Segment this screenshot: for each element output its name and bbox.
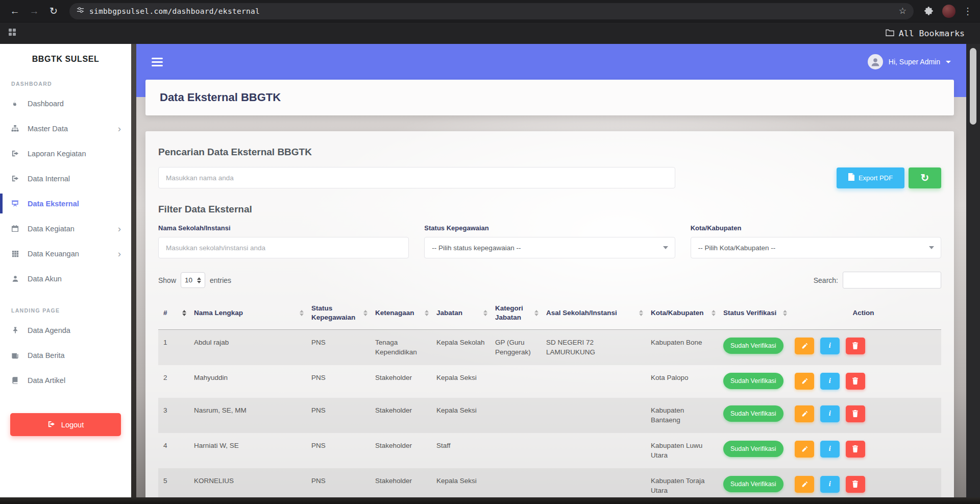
info-icon: i xyxy=(829,377,831,385)
delete-button[interactable] xyxy=(846,476,865,493)
site-info-icon[interactable] xyxy=(77,6,84,16)
sidebar-item-data-berita[interactable]: Data Berita xyxy=(0,343,131,368)
eksternal-table: # Nama Lengkap Status Kepegawaian Ketena… xyxy=(158,297,941,503)
column-header-asal[interactable]: Asal Sekolah/Instansi xyxy=(541,297,646,329)
book-icon xyxy=(10,376,20,384)
detail-button[interactable]: i xyxy=(820,373,840,390)
bookmarks-bar: All Bookmarks xyxy=(0,22,980,44)
user-greeting: Hi, Super Admin xyxy=(889,58,940,66)
filter-city-label: Kota/Kabupaten xyxy=(691,224,941,232)
sort-icon xyxy=(483,310,487,316)
status-badge: Sudah Verifikasi xyxy=(723,476,783,492)
sign-out-icon xyxy=(10,150,20,157)
reload-icon[interactable]: ↻ xyxy=(45,3,62,20)
sidebar-item-label: Data Keuangan xyxy=(28,250,79,258)
column-header-kategori[interactable]: Kategori Jabatan xyxy=(490,297,541,329)
delete-button[interactable] xyxy=(846,338,865,354)
delete-button[interactable] xyxy=(846,441,865,458)
sidebar-item-label: Data Artikel xyxy=(28,376,65,385)
edit-button[interactable] xyxy=(795,441,814,458)
screen: ← → ↻ simbbgpsulsel.com/dashboard/ekster… xyxy=(0,0,980,504)
table-row: 3 Nasrum, SE, MM PNS Stakeholder Kepala … xyxy=(158,398,941,433)
chevron-right-icon: › xyxy=(118,224,121,233)
status-kepegawaian-select[interactable]: -- Pilih status kepegawaian -- xyxy=(424,237,675,258)
sort-icon xyxy=(639,310,643,316)
column-header-status[interactable]: Status Kepegawaian xyxy=(306,297,370,329)
url-text: simbbgpsulsel.com/dashboard/eksternal xyxy=(89,7,260,15)
kota-kabupaten-select[interactable]: -- Pilih Kota/Kabupaten -- xyxy=(691,237,941,258)
edit-button[interactable] xyxy=(795,373,814,390)
sidebar-item-data-keuangan[interactable]: Data Keuangan › xyxy=(0,241,131,266)
page-size-select[interactable]: 10 xyxy=(181,272,205,288)
sidebar-item-label: Dashboard xyxy=(28,100,64,108)
sidebar-item-data-eksternal[interactable]: Data Eksternal xyxy=(0,191,131,216)
delete-button[interactable] xyxy=(846,405,865,422)
edit-button[interactable] xyxy=(795,405,814,422)
column-header-no[interactable]: # xyxy=(158,297,189,329)
column-header-jabatan[interactable]: Jabatan xyxy=(431,297,490,329)
entries-label: entries xyxy=(210,276,231,284)
browser-menu-icon[interactable]: ⋮ xyxy=(962,6,974,17)
sidebar-item-data-kegiatan[interactable]: Data Kegiatan › xyxy=(0,216,131,241)
filter-school-label: Nama Sekolah/Instansi xyxy=(158,224,409,232)
select-value: -- Pilih Kota/Kabupaten -- xyxy=(698,244,776,252)
school-filter-input[interactable] xyxy=(158,237,409,258)
presentation-icon xyxy=(10,200,20,207)
column-header-kota[interactable]: Kota/Kabupaten xyxy=(646,297,718,329)
sidebar-item-data-akun[interactable]: Data Akun xyxy=(0,266,131,291)
spinner-arrows-icon xyxy=(197,277,201,283)
info-icon: i xyxy=(829,445,831,453)
table-row: 1 Abdul rajab PNS Tenaga Kependidikan Ke… xyxy=(158,329,941,365)
column-header-nama[interactable]: Nama Lengkap xyxy=(189,297,306,329)
sidebar-item-dashboard[interactable]: Dashboard xyxy=(0,91,131,116)
detail-button[interactable]: i xyxy=(820,441,840,458)
sidebar-item-data-agenda[interactable]: Data Agenda xyxy=(0,318,131,343)
user-menu[interactable]: Hi, Super Admin xyxy=(868,54,951,69)
detail-button[interactable]: i xyxy=(820,405,840,422)
browser-toolbar: ← → ↻ simbbgpsulsel.com/dashboard/ekster… xyxy=(0,0,980,22)
edit-button[interactable] xyxy=(795,338,814,354)
search-row: Export PDF ↻ xyxy=(158,167,941,188)
sidebar-item-data-internal[interactable]: Data Internal xyxy=(0,166,131,191)
delete-button[interactable] xyxy=(846,373,865,390)
sidebar-item-data-artikel[interactable]: Data Artikel xyxy=(0,368,131,393)
name-search-input[interactable] xyxy=(158,167,675,188)
hamburger-menu-icon[interactable] xyxy=(152,58,163,66)
scrollbar-thumb[interactable] xyxy=(970,48,976,125)
sort-icon xyxy=(363,310,368,316)
logout-button[interactable]: Logout xyxy=(10,413,121,436)
forward-icon[interactable]: → xyxy=(26,3,43,20)
page-scrollbar[interactable] xyxy=(966,44,980,504)
table-row: 4 Harniati W, SE PNS Stakeholder Staff K… xyxy=(158,433,941,468)
flame-icon xyxy=(10,100,20,107)
sidebar-item-master-data[interactable]: Master Data › xyxy=(0,116,131,141)
edit-button[interactable] xyxy=(795,476,814,493)
refresh-button[interactable]: ↻ xyxy=(909,167,941,188)
user-icon xyxy=(10,275,20,282)
filter-status-label: Status Kepegawaian xyxy=(424,224,675,232)
column-header-ketenagaan[interactable]: Ketenagaan xyxy=(370,297,431,329)
sidebar-item-label: Master Data xyxy=(28,125,68,133)
app-window: BBGTK SULSEL DASHBOARD Dashboard Master … xyxy=(0,44,980,504)
sidebar-item-label: Data Internal xyxy=(28,175,70,183)
table-search-input[interactable] xyxy=(843,272,941,289)
refresh-icon: ↻ xyxy=(921,172,929,184)
content-card: Pencarian Data Eksternal BBGTK Export PD… xyxy=(145,131,954,504)
brand-title[interactable]: BBGTK SULSEL xyxy=(0,44,131,75)
filter-status: Status Kepegawaian -- Pilih status kepeg… xyxy=(424,224,675,258)
back-icon[interactable]: ← xyxy=(6,3,23,20)
sidebar-item-laporan-kegiatan[interactable]: Laporan Kegiatan xyxy=(0,141,131,166)
column-header-verifikasi[interactable]: Status Verifikasi xyxy=(718,297,790,329)
all-bookmarks-button[interactable]: All Bookmarks xyxy=(886,29,972,38)
address-bar[interactable]: simbbgpsulsel.com/dashboard/eksternal ☆ xyxy=(69,3,914,19)
detail-button[interactable]: i xyxy=(820,476,840,493)
detail-button[interactable]: i xyxy=(820,338,840,354)
status-badge: Sudah Verifikasi xyxy=(723,373,783,389)
page-header-card: Data Eksternal BBGTK xyxy=(145,80,954,115)
user-avatar xyxy=(868,54,883,69)
browser-profile-avatar[interactable] xyxy=(942,5,955,18)
extensions-icon[interactable] xyxy=(921,7,936,15)
apps-grid-icon[interactable] xyxy=(8,28,16,38)
export-pdf-button[interactable]: Export PDF xyxy=(837,167,904,188)
bookmark-star-icon[interactable]: ☆ xyxy=(899,6,906,16)
